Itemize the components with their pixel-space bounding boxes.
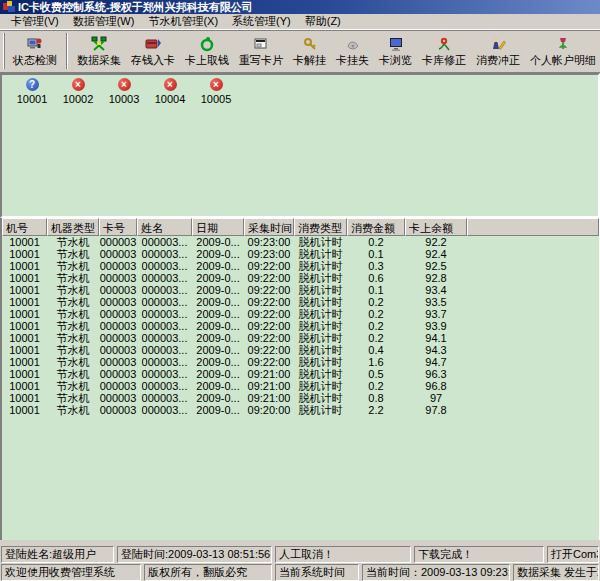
table-cell: 节水机 <box>47 320 99 332</box>
table-cell: 脱机计时 <box>294 332 347 344</box>
table-cell: 0.2 <box>347 296 405 308</box>
table-row[interactable]: 10001节水机000003000003...2009-0...09:20:00… <box>2 404 599 416</box>
toolbar-button-label: 卡库修正 <box>422 54 466 67</box>
column-header-9[interactable]: 卡上余额 <box>405 218 467 236</box>
table-cell: 93.9 <box>405 320 467 332</box>
deposit-card-icon <box>145 36 161 52</box>
table-cell: 2009-0... <box>192 272 244 284</box>
toolbar-button-11[interactable]: 个人帐户明细 <box>525 33 600 69</box>
app-icon <box>3 1 15 13</box>
table-cell: 000003 <box>99 356 137 368</box>
table-row[interactable]: 10001节水机000003000003...2009-0...09:22:00… <box>2 332 599 344</box>
table-row[interactable]: 10001节水机000003000003...2009-0...09:22:00… <box>2 308 599 320</box>
column-header-4[interactable]: 姓名 <box>137 218 192 236</box>
machine-item-10002[interactable]: ×10002 <box>55 78 101 105</box>
machine-id-label: 10001 <box>17 93 48 105</box>
machine-item-10004[interactable]: ×10004 <box>147 78 193 105</box>
table-row[interactable]: 10001节水机000003000003...2009-0...09:21:00… <box>2 368 599 380</box>
menu-item-5[interactable]: 帮助(Z) <box>298 13 348 30</box>
table-cell: 节水机 <box>47 380 99 392</box>
data-collect-icon <box>91 36 107 52</box>
toolbar-button-1[interactable]: 状态检测 <box>8 33 62 69</box>
machine-item-10005[interactable]: ×10005 <box>193 78 239 105</box>
consume-reverse-icon <box>490 36 506 52</box>
toolbar-button-label: 卡解挂 <box>293 54 326 67</box>
table-cell: 节水机 <box>47 260 99 272</box>
menu-item-2[interactable]: 数据管理(W) <box>66 13 142 30</box>
table-cell: 2009-0... <box>192 344 244 356</box>
table-row[interactable]: 10001节水机000003000003...2009-0...09:23:00… <box>2 248 599 260</box>
error-icon: × <box>72 78 85 91</box>
table-cell: 000003... <box>137 296 192 308</box>
menu-item-3[interactable]: 节水机管理(X) <box>141 13 225 30</box>
menu-item-1[interactable]: 卡管理(V) <box>4 13 66 30</box>
toolbar-button-6[interactable]: 卡解挂 <box>288 33 331 69</box>
column-header-7[interactable]: 消费类型 <box>294 218 347 236</box>
column-header-8[interactable]: 消费金额 <box>347 218 405 236</box>
table-cell: 09:21:00 <box>244 392 294 404</box>
toolbar-button-4[interactable]: 卡上取钱 <box>180 33 234 69</box>
card-browse-icon <box>388 36 404 52</box>
table-cell: 09:22:00 <box>244 296 294 308</box>
table-cell: 1.6 <box>347 356 405 368</box>
table-cell: 脱机计时 <box>294 248 347 260</box>
table-cell: 10001 <box>2 356 47 368</box>
table-row[interactable]: 10001节水机000003000003...2009-0...09:22:00… <box>2 320 599 332</box>
toolbar-button-label: 存钱入卡 <box>131 54 175 67</box>
table-cell: 10001 <box>2 404 47 416</box>
table-cell: 10001 <box>2 392 47 404</box>
table-cell: 000003... <box>137 404 192 416</box>
table-cell: 节水机 <box>47 332 99 344</box>
column-header-2[interactable]: 机器类型 <box>47 218 99 236</box>
status-panel-1-2: 登陆时间:2009-03-13 08:51:56 <box>117 546 272 563</box>
toolbar-grip-handle[interactable] <box>3 33 5 69</box>
table-cell: 0.8 <box>347 392 405 404</box>
machine-item-10001[interactable]: ?10001 <box>9 78 55 105</box>
menu-item-4[interactable]: 系统管理(Y) <box>225 13 298 30</box>
column-header-10[interactable] <box>467 218 599 236</box>
table-cell: 97 <box>405 392 467 404</box>
column-header-1[interactable]: 机号 <box>2 218 47 236</box>
machine-id-label: 10005 <box>201 93 232 105</box>
table-row[interactable]: 10001节水机000003000003...2009-0...09:22:00… <box>2 272 599 284</box>
table-cell: 0.1 <box>347 248 405 260</box>
table-row[interactable]: 10001节水机000003000003...2009-0...09:22:00… <box>2 356 599 368</box>
table-row[interactable]: 10001节水机000003000003...2009-0...09:21:00… <box>2 392 599 404</box>
table-cell: 脱机计时 <box>294 368 347 380</box>
table-cell: 10001 <box>2 284 47 296</box>
toolbar-button-5[interactable]: 重写卡片 <box>234 33 288 69</box>
table-cell: 脱机计时 <box>294 308 347 320</box>
machine-status-panel: ?10001×10002×10003×10004×10005 <box>0 73 600 218</box>
column-header-6[interactable]: 采集时间 <box>244 218 294 236</box>
table-cell: 脱机计时 <box>294 320 347 332</box>
toolbar-button-label: 卡上取钱 <box>185 54 229 67</box>
table-cell: 2.2 <box>347 404 405 416</box>
table-row[interactable]: 10001节水机000003000003...2009-0...09:22:00… <box>2 284 599 296</box>
machine-id-label: 10004 <box>155 93 186 105</box>
toolbar-button-3[interactable]: 存钱入卡 <box>126 33 180 69</box>
table-row[interactable]: 10001节水机000003000003...2009-0...09:22:00… <box>2 260 599 272</box>
table-row[interactable]: 10001节水机000003000003...2009-0...09:23:00… <box>2 236 599 248</box>
toolbar-button-9[interactable]: 卡库修正 <box>417 33 471 69</box>
machine-item-10003[interactable]: ×10003 <box>101 78 147 105</box>
toolbar-button-label: 消费冲正 <box>476 54 520 67</box>
toolbar-button-7[interactable]: 卡挂失 <box>331 33 374 69</box>
column-header-5[interactable]: 日期 <box>192 218 244 236</box>
table-cell: 000003 <box>99 260 137 272</box>
toolbar-button-8[interactable]: 卡浏览 <box>374 33 417 69</box>
status-panel-2-4: 当前时间：2009-03-13 09:23:12 <box>362 564 510 581</box>
table-cell: 10001 <box>2 236 47 248</box>
column-header-3[interactable]: 卡号 <box>99 218 137 236</box>
table-row[interactable]: 10001节水机000003000003...2009-0...09:22:00… <box>2 344 599 356</box>
table-row[interactable]: 10001节水机000003000003...2009-0...09:22:00… <box>2 296 599 308</box>
status-panel-2-5: 数据采集 发生于2009 <box>513 564 599 581</box>
table-row[interactable]: 10001节水机000003000003...2009-0...09:21:00… <box>2 380 599 392</box>
toolbar-button-label: 状态检测 <box>13 54 57 67</box>
toolbar-button-2[interactable]: 数据采集 <box>72 33 126 69</box>
table-cell: 09:22:00 <box>244 344 294 356</box>
table-cell: 节水机 <box>47 272 99 284</box>
toolbar-button-10[interactable]: 消费冲正 <box>471 33 525 69</box>
table-cell: 2009-0... <box>192 404 244 416</box>
table-cell: 000003 <box>99 236 137 248</box>
table-cell: 脱机计时 <box>294 392 347 404</box>
